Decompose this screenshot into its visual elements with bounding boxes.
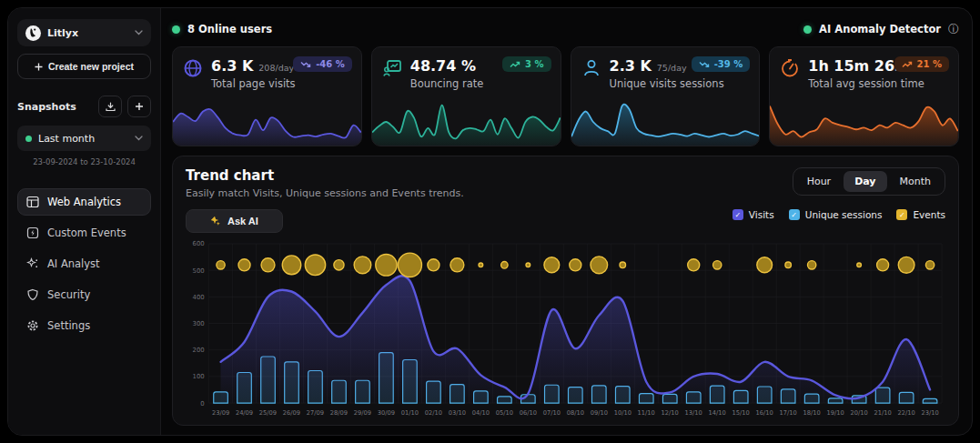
svg-text:15/10: 15/10 [732, 409, 750, 417]
svg-text:10/10: 10/10 [614, 409, 631, 417]
legend-visits[interactable]: ✓Visits [732, 209, 774, 220]
sidebar-item-label: Settings [47, 319, 90, 332]
sidebar-item-settings[interactable]: Settings [17, 312, 151, 339]
stat-value: 48.74 % [410, 57, 476, 75]
browser-icon [26, 196, 39, 208]
svg-text:12/10: 12/10 [662, 409, 679, 417]
svg-text:02/10: 02/10 [425, 409, 442, 417]
stat-card-session-time: 1h 15m 26s Total avg session time 21 % [769, 46, 959, 146]
svg-text:400: 400 [193, 294, 205, 301]
svg-text:28/09: 28/09 [330, 409, 348, 417]
trend-chart[interactable]: 010020030040050060023/0924/0925/0926/092… [186, 237, 945, 418]
snapshot-period-select[interactable]: Last month [17, 126, 151, 151]
svg-text:05/10: 05/10 [496, 409, 513, 417]
sidebar-item-ai-analyst[interactable]: AI Analyst [17, 250, 151, 277]
ask-ai-label: Ask AI [227, 216, 258, 227]
sparkline-bounce-rate [372, 98, 561, 146]
svg-text:08/10: 08/10 [567, 409, 584, 417]
tab-month[interactable]: Month [889, 171, 942, 192]
download-icon [106, 102, 116, 112]
sidebar: Litlyx Create new project Snapshots Last… [8, 8, 161, 435]
svg-text:200: 200 [193, 347, 205, 354]
svg-text:06/10: 06/10 [520, 409, 537, 417]
svg-text:04/10: 04/10 [472, 409, 490, 417]
svg-text:18/10: 18/10 [803, 409, 821, 417]
tab-day[interactable]: Day [844, 171, 886, 192]
period-status-dot [25, 136, 32, 142]
snapshot-add-button[interactable] [127, 96, 151, 117]
svg-text:23/10: 23/10 [921, 409, 938, 417]
stat-value: 6.3 K [211, 57, 253, 75]
online-users-label: 8 Online users [187, 23, 272, 35]
trend-up-icon [510, 61, 520, 68]
trend-down-icon [300, 61, 311, 68]
main-content: 8 Online users AI Anomaly Detector ⓘ 6.3… [161, 8, 972, 435]
sidebar-item-custom-events[interactable]: Custom Events [17, 219, 151, 247]
globe-icon [183, 58, 203, 78]
sidebar-item-label: Web Analytics [47, 196, 121, 208]
svg-text:16/10: 16/10 [756, 409, 773, 417]
sparkles-icon [26, 257, 39, 270]
svg-text:07/10: 07/10 [543, 409, 561, 417]
stat-rate: 208/day [258, 63, 294, 73]
stat-trend-badge: -39 % [692, 56, 751, 72]
svg-text:26/09: 26/09 [283, 409, 300, 417]
svg-text:500: 500 [193, 267, 205, 275]
svg-text:0: 0 [200, 400, 204, 408]
plus-icon [35, 63, 43, 71]
stat-value: 2.3 K [610, 57, 652, 75]
sparkline-page-visits [173, 98, 361, 146]
checkbox-unique-sessions: ✓ [789, 209, 800, 220]
litlyx-logo-icon [25, 25, 41, 41]
svg-text:25/09: 25/09 [259, 409, 277, 417]
bounce-icon [382, 58, 402, 78]
info-icon[interactable]: ⓘ [948, 22, 959, 37]
snapshot-download-button[interactable] [98, 96, 122, 117]
plus-icon [135, 102, 144, 111]
svg-text:30/09: 30/09 [378, 409, 395, 417]
project-selector[interactable]: Litlyx [17, 19, 151, 46]
stat-rate: 75/day [657, 63, 687, 73]
svg-text:24/09: 24/09 [236, 409, 253, 417]
svg-text:300: 300 [193, 320, 205, 327]
timer-icon [780, 58, 800, 78]
svg-text:01/10: 01/10 [401, 409, 419, 417]
svg-text:29/09: 29/09 [354, 409, 371, 417]
sidebar-item-web-analytics[interactable]: Web Analytics [17, 188, 151, 216]
online-status-dot [172, 25, 180, 34]
checkbox-events: ✓ [896, 209, 907, 220]
gear-icon [26, 319, 39, 332]
stat-card-page-visits: 6.3 K 208/day Total page visits -46 % [172, 46, 362, 146]
stat-trend-badge: 21 % [894, 56, 949, 72]
svg-text:23/09: 23/09 [212, 409, 229, 417]
app-frame: Litlyx Create new project Snapshots Last… [7, 7, 973, 436]
sparkle-icon [210, 216, 221, 227]
sidebar-item-security[interactable]: Security [17, 281, 151, 308]
trend-chart-card: Trend chart Easily match Visits, Unique … [172, 156, 959, 426]
svg-text:22/10: 22/10 [897, 409, 914, 417]
legend-unique-sessions[interactable]: ✓Unique sessions [789, 209, 883, 220]
trend-title: Trend chart [186, 167, 464, 184]
trend-chart-area[interactable]: 010020030040050060023/0924/0925/0926/092… [186, 237, 945, 418]
svg-text:11/10: 11/10 [638, 409, 655, 417]
tab-hour[interactable]: Hour [796, 171, 843, 192]
sparkline-unique-sessions [571, 98, 760, 146]
create-project-button[interactable]: Create new project [17, 54, 151, 79]
svg-text:27/09: 27/09 [307, 409, 324, 417]
range-tabs: Hour Day Month [793, 167, 945, 196]
trend-subtitle: Easily match Visits, Unique sessions and… [186, 187, 464, 199]
event-bolt-icon [26, 227, 39, 239]
svg-text:100: 100 [193, 373, 205, 380]
svg-text:13/10: 13/10 [685, 409, 702, 417]
trend-down-icon [699, 61, 710, 68]
stat-label: Total avg session time [808, 77, 924, 90]
stat-cards-row: 6.3 K 208/day Total page visits -46 % [172, 46, 959, 146]
svg-text:09/10: 09/10 [591, 409, 608, 417]
stat-label: Unique visits sessions [610, 77, 724, 90]
chevron-down-icon [135, 30, 143, 35]
sidebar-item-label: Custom Events [47, 227, 126, 239]
ask-ai-button[interactable]: Ask AI [186, 209, 283, 233]
stat-card-unique-sessions: 2.3 K 75/day Unique visits sessions -39 … [571, 46, 761, 146]
legend-events[interactable]: ✓Events [896, 209, 945, 220]
snapshot-date-range: 23-09-2024 to 23-10-2024 [17, 157, 151, 166]
